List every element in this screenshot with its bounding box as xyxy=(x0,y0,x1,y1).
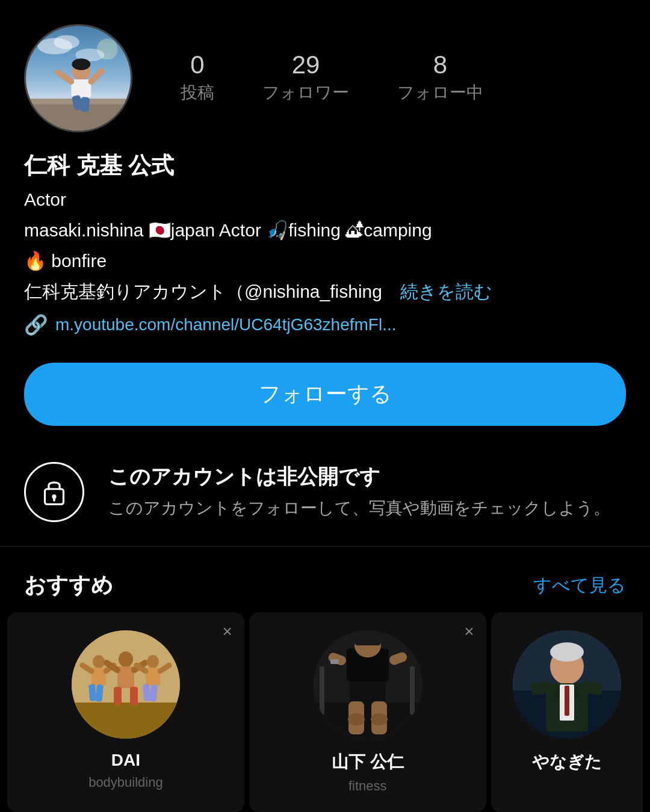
stats-area: 0 投稿 29 フォロワー 8 フォロー中 xyxy=(181,52,483,104)
bio-account[interactable]: 仁科克基釣りアカウント（@nishina_fishing 続きを読む xyxy=(24,278,626,305)
svg-rect-61 xyxy=(583,681,602,695)
posts-label: 投稿 xyxy=(181,81,214,104)
lock-circle xyxy=(24,462,84,522)
suggestions-row: × xyxy=(0,612,650,812)
suggestion-avatar-dai xyxy=(72,630,180,739)
svg-rect-15 xyxy=(53,498,55,502)
suggestions-title: おすすめ xyxy=(24,571,113,600)
svg-line-10 xyxy=(91,71,101,81)
svg-point-24 xyxy=(119,651,133,667)
stat-posts[interactable]: 0 投稿 xyxy=(181,52,214,104)
avatar xyxy=(24,24,132,132)
followers-count: 29 xyxy=(292,52,320,78)
suggestion-card-dai: × xyxy=(7,612,244,812)
suggestions-header: おすすめ すべて見る xyxy=(0,553,650,612)
bio-link-row[interactable]: 🔗 m.youtube.com/channel/UC64tjG63zhefmFl… xyxy=(24,313,626,336)
svg-rect-60 xyxy=(531,681,550,695)
svg-point-7 xyxy=(72,58,90,70)
display-name: 仁科 克基 公式 xyxy=(24,150,626,181)
suggestion-sub-dai: bodybuilding xyxy=(88,775,163,790)
private-title: このアカウントは非公開です xyxy=(108,463,610,491)
suggestion-name-yanagita: やなぎた xyxy=(532,751,602,774)
suggestion-avatar-yamashita xyxy=(314,630,422,739)
read-more-link[interactable]: 続きを読む xyxy=(400,281,492,301)
profile-link[interactable]: m.youtube.com/channel/UC64tjG63zhefmFl..… xyxy=(55,315,396,334)
suggestion-card-yamashita: × xyxy=(249,612,486,812)
bio-actor: Actor xyxy=(24,186,626,213)
suggestion-avatar-yanagita xyxy=(513,630,621,739)
suggestion-card-yanagita: やなぎた xyxy=(491,612,643,812)
suggestion-name-yamashita: 山下 公仁 xyxy=(332,751,404,774)
followers-label: フォロワー xyxy=(262,81,349,104)
svg-point-30 xyxy=(147,655,159,668)
stat-following[interactable]: 8 フォロー中 xyxy=(397,52,483,104)
follow-button[interactable]: フォローする xyxy=(24,363,626,426)
svg-rect-57 xyxy=(565,686,569,716)
avatar-illustration xyxy=(26,24,131,132)
svg-line-9 xyxy=(58,72,71,81)
yamashita-avatar-illustration xyxy=(314,630,422,739)
svg-point-54 xyxy=(550,642,584,662)
dismiss-yamashita-button[interactable]: × xyxy=(464,622,474,641)
svg-rect-8 xyxy=(71,79,91,98)
svg-rect-39 xyxy=(410,666,415,715)
svg-rect-26 xyxy=(114,687,122,705)
svg-rect-40 xyxy=(350,678,386,703)
svg-point-18 xyxy=(93,655,105,668)
svg-rect-27 xyxy=(130,687,138,705)
following-count: 8 xyxy=(433,52,447,78)
svg-point-43 xyxy=(348,713,365,725)
svg-point-44 xyxy=(371,713,388,725)
suggestion-name-dai: DAI xyxy=(111,751,140,770)
private-desc: このアカウントをフォローして、写真や動画をチェックしよう。 xyxy=(108,496,610,521)
following-label: フォロー中 xyxy=(397,81,483,104)
link-icon: 🔗 xyxy=(24,313,48,336)
posts-count: 0 xyxy=(190,52,204,78)
yanagita-avatar-illustration xyxy=(513,630,621,739)
dai-avatar-illustration xyxy=(72,630,180,739)
private-text: このアカウントは非公開です このアカウントをフォローして、写真や動画をチェックし… xyxy=(108,463,610,521)
stat-followers[interactable]: 29 フォロワー xyxy=(262,52,349,104)
svg-rect-37 xyxy=(314,703,422,739)
dismiss-dai-button[interactable]: × xyxy=(222,622,232,641)
lock-icon xyxy=(39,477,69,507)
bio-interests: masaki.nishina 🇯🇵japan Actor 🎣fishing 🏕c… xyxy=(24,217,626,244)
see-all-button[interactable]: すべて見る xyxy=(533,573,626,598)
svg-rect-50 xyxy=(354,633,381,645)
profile-header: 0 投稿 29 フォロワー 8 フォロー中 xyxy=(0,0,650,144)
follow-button-wrap: フォローする xyxy=(0,363,650,450)
svg-point-2 xyxy=(54,35,79,49)
bio-bonfire: 🔥 bonfire xyxy=(24,247,626,274)
svg-rect-48 xyxy=(330,659,339,664)
divider xyxy=(0,546,650,547)
svg-rect-38 xyxy=(320,666,324,715)
svg-rect-17 xyxy=(72,703,180,739)
suggestion-sub-yamashita: fitness xyxy=(348,778,387,794)
bio-section: 仁科 克基 公式 Actor masaki.nishina 🇯🇵japan Ac… xyxy=(0,144,650,363)
svg-rect-12 xyxy=(80,97,90,112)
private-notice: このアカウントは非公開です このアカウントをフォローして、写真や動画をチェックし… xyxy=(24,462,626,522)
